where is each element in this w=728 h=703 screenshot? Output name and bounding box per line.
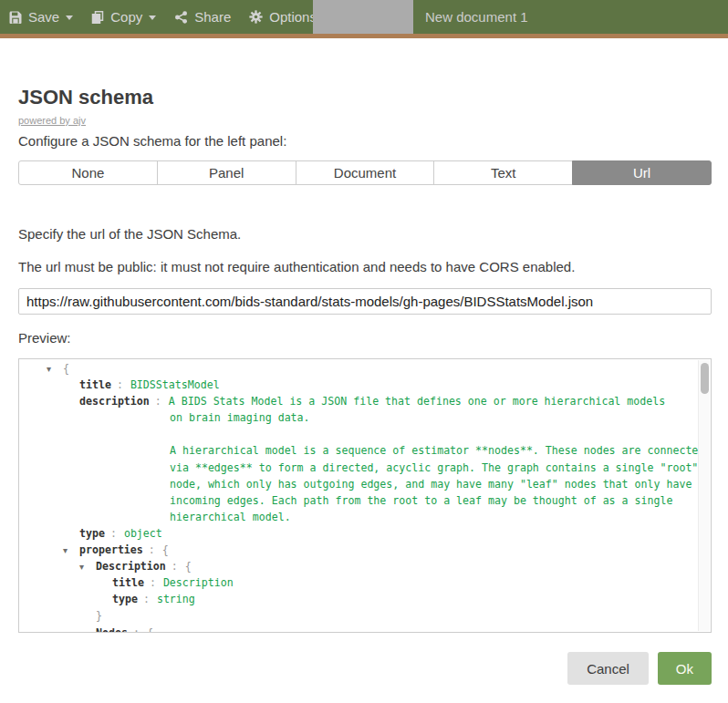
tree-colon: : [150, 576, 156, 589]
tree-row: hierarchical model. [19, 511, 711, 527]
tree-key: Nodes [96, 626, 128, 634]
tree-value: BIDSStatsModel [130, 378, 220, 391]
configure-label: Configure a JSON schema for the left pan… [18, 133, 286, 149]
preview-tree: ▾{title:BIDSStatsModeldescription:A BIDS… [19, 359, 711, 633]
dialog-title: JSON schema [18, 86, 153, 109]
tree-value: via **edges** to form a directed, acycli… [170, 461, 698, 474]
tree-row: ▾Nodes:{ [19, 626, 711, 634]
tree-row: via **edges** to form a directed, acycli… [19, 461, 711, 478]
url-note: The url must be public: it must not requ… [18, 259, 575, 274]
tree-open-brace: { [63, 362, 69, 375]
tree-value: A BIDS Stats Model is a JSON file that d… [169, 395, 665, 408]
document-tab-label[interactable]: New document 1 [425, 0, 528, 34]
accent-strip [0, 34, 728, 38]
menu-item-label: Share [194, 9, 231, 25]
tree-value: incoming edges. Each path from the root … [170, 494, 672, 507]
tree-key: type [112, 593, 138, 605]
mode-none-button[interactable]: None [18, 160, 158, 185]
tree-colon: : [155, 395, 161, 408]
tree-row: on brain imaging data. [19, 411, 711, 428]
tree-row: incoming edges. Each path from the root … [19, 494, 711, 511]
tree-row: ▾{ [19, 362, 711, 378]
tree-key: properties [79, 543, 143, 556]
json-schema-dialog: JSON schema powered by ajv Configure a J… [0, 38, 728, 703]
tree-colon: : [133, 626, 140, 634]
menu-item-label: Save [28, 9, 59, 25]
active-document-tab[interactable] [313, 0, 413, 38]
schema-url-input[interactable] [18, 288, 712, 315]
menu-item-label: Options [269, 9, 317, 25]
tree-value: hierarchical model. [170, 511, 291, 523]
caret-down-icon [149, 16, 156, 20]
tree-value: node, which only has outgoing edges, and… [170, 478, 692, 491]
tree-colon: : [110, 527, 117, 540]
tree-row [19, 428, 711, 444]
tree-row: title:Description [19, 576, 711, 593]
mode-text-button[interactable]: Text [433, 160, 573, 185]
tree-key: type [79, 527, 105, 540]
mode-url-button[interactable]: Url [572, 160, 712, 185]
tree-key: title [79, 378, 111, 391]
tree-colon: : [149, 543, 155, 556]
tree-row: title:BIDSStatsModel [19, 378, 711, 395]
url-instruction: Specify the url of the JSON Schema. [18, 226, 241, 242]
tree-close-brace: } [96, 609, 102, 622]
tree-row: ▾properties:{ [19, 543, 711, 560]
collapse-arrow-icon[interactable]: ▾ [63, 545, 79, 555]
menu-item-label: Copy [110, 9, 142, 25]
copy-pages-icon [91, 11, 104, 24]
tree-value: object [124, 527, 162, 540]
ok-button[interactable]: Ok [658, 652, 712, 685]
floppy-disk-icon [9, 11, 22, 24]
preview-label: Preview: [18, 330, 71, 346]
tree-open-brace: { [185, 560, 192, 573]
tree-value: string [157, 593, 195, 605]
tree-row: description:A BIDS Stats Model is a JSON… [19, 395, 711, 411]
tree-value: Description [163, 576, 234, 589]
tree-row: } [19, 609, 711, 625]
tree-row: ▾Description:{ [19, 560, 711, 576]
scrollbar-thumb[interactable] [701, 363, 709, 394]
tree-key: description [79, 395, 150, 408]
cancel-button[interactable]: Cancel [567, 652, 649, 685]
tree-row: type:string [19, 593, 711, 609]
tree-row: A hierarchical model is a sequence of es… [19, 444, 711, 460]
tree-value: on brain imaging data. [170, 411, 310, 424]
gear-icon [249, 10, 263, 24]
share-nodes-icon [174, 11, 188, 24]
tree-row: type:object [19, 527, 711, 543]
save-button[interactable]: Save [0, 0, 82, 34]
share-button[interactable]: Share [165, 0, 240, 34]
powered-by-ajv-link[interactable]: powered by ajv [18, 115, 86, 126]
collapse-arrow-icon[interactable]: ▾ [47, 364, 63, 374]
tree-colon: : [172, 560, 178, 573]
tree-key: title [112, 576, 144, 589]
collapse-arrow-icon[interactable]: ▾ [79, 562, 96, 572]
tree-value: A hierarchical model is a sequence of es… [170, 444, 704, 457]
tree-key: Description [96, 560, 166, 573]
tree-colon: : [117, 378, 123, 391]
copy-button[interactable]: Copy [82, 0, 165, 34]
collapse-arrow-icon[interactable]: ▾ [79, 628, 96, 634]
mode-panel-button[interactable]: Panel [157, 160, 296, 185]
caret-down-icon [66, 16, 73, 20]
toolbar: Save Copy Share Options [0, 0, 728, 34]
mode-document-button[interactable]: Document [296, 160, 435, 185]
tree-open-brace: { [147, 626, 153, 634]
schema-mode-group: None Panel Document Text Url [18, 160, 712, 185]
tree-row: node, which only has outgoing edges, and… [19, 478, 711, 494]
dialog-actions: Cancel Ok [567, 652, 712, 685]
app-window: Save Copy Share Options [0, 0, 728, 703]
tree-colon: : [143, 593, 150, 605]
tree-open-brace: { [162, 543, 169, 556]
preview-scrollbar[interactable] [698, 360, 710, 631]
schema-preview: ▾{title:BIDSStatsModeldescription:A BIDS… [18, 358, 712, 633]
